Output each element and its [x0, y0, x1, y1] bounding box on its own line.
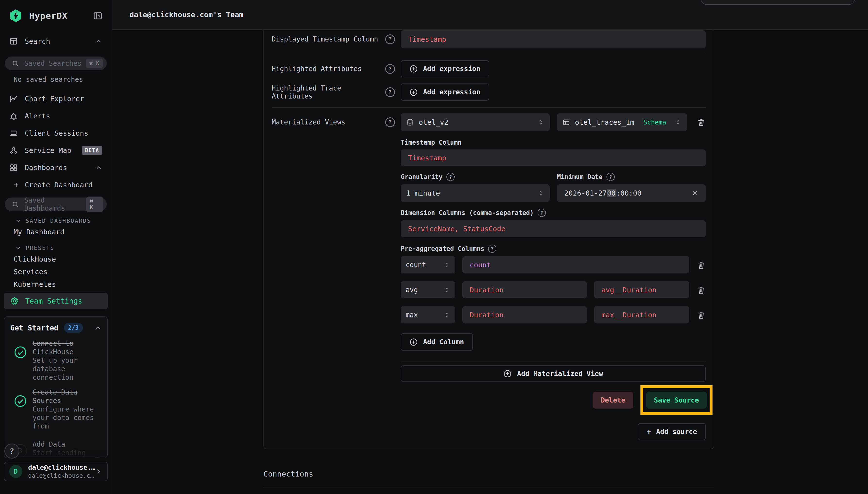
aggregation-expression-input[interactable]: Duration: [462, 306, 587, 323]
preset-link-label: ClickHouse: [14, 255, 56, 263]
task-title: Create Data Sources: [33, 388, 77, 405]
delete-materialized-view-button[interactable]: [696, 118, 706, 127]
sidebar-item-dashboards[interactable]: Dashboards: [0, 159, 112, 176]
chevron-right-icon: [95, 468, 102, 475]
get-started-item-sources[interactable]: Create Data Sources Configure where your…: [10, 388, 101, 431]
user-name: dale@clickhouse.…: [28, 464, 95, 471]
team-settings-label: Team Settings: [25, 297, 82, 305]
mv-database-select[interactable]: otel_v2: [401, 113, 550, 131]
preset-link-label: Kubernetes: [14, 280, 56, 288]
materialized-view-config: Timestamp Column Timestamp Granularity 1…: [401, 139, 706, 382]
help-icon[interactable]: [385, 64, 395, 74]
preset-link-label: Services: [14, 268, 47, 276]
group-saved-dashboards[interactable]: SAVED DASHBOARDS: [0, 216, 112, 226]
select-value: otel_v2: [419, 118, 448, 127]
help-icon[interactable]: [385, 35, 395, 44]
help-icon[interactable]: [385, 87, 395, 97]
add-expression-button[interactable]: Add expression: [401, 60, 489, 77]
group-label: SAVED DASHBOARDS: [26, 217, 91, 224]
beta-badge: BETA: [82, 146, 102, 155]
save-source-button[interactable]: Save Source: [646, 392, 707, 408]
saved-searches-input[interactable]: Saved Searches ⌘ K: [5, 57, 107, 70]
delete-column-button[interactable]: [696, 310, 706, 320]
bell-icon: [9, 112, 18, 120]
add-expression-button[interactable]: Add expression: [401, 83, 489, 101]
sidebar-item-label: Search: [25, 37, 50, 45]
schema-badge[interactable]: Schema: [643, 119, 666, 126]
delete-source-button[interactable]: Delete: [593, 392, 633, 408]
chevron-up-icon[interactable]: [95, 164, 102, 171]
highlighted-attributes-row: Highlighted Attributes Add expression: [272, 60, 706, 77]
aggregation-output-input[interactable]: avg__Duration: [594, 281, 689, 299]
aggregation-expression-input[interactable]: Duration: [462, 281, 587, 299]
no-saved-searches-text: No saved searches: [14, 75, 112, 83]
sidebar-item-label: Alerts: [25, 112, 50, 120]
get-started-item-connect[interactable]: Connect to ClickHouse Set up your databa…: [10, 339, 101, 382]
add-column-button[interactable]: Add Column: [401, 333, 473, 351]
task-description: Configure where your data comes from: [33, 405, 94, 430]
displayed-timestamp-input[interactable]: Timestamp: [401, 30, 706, 48]
group-presets[interactable]: PRESETS: [0, 243, 112, 253]
delete-column-button[interactable]: [696, 260, 706, 270]
task-title: Add Data: [33, 440, 65, 449]
aggregation-output-input[interactable]: max__Duration: [594, 306, 689, 323]
user-menu[interactable]: D dale@clickhouse.… dale@clickhouse.c…: [4, 462, 108, 481]
granularity-select[interactable]: 1 minute: [401, 184, 550, 202]
aggregation-fn-select[interactable]: count: [401, 256, 455, 273]
create-dashboard-button[interactable]: Create Dashboard: [0, 176, 112, 193]
add-materialized-view-button[interactable]: Add Materialized View: [401, 365, 706, 382]
help-icon[interactable]: [538, 209, 546, 217]
collapse-sidebar-icon[interactable]: [93, 11, 103, 21]
user-email: dale@clickhouse.c…: [28, 472, 94, 479]
dimension-columns-input[interactable]: ServiceName, StatusCode: [401, 220, 706, 237]
form-actions: Delete Save Source: [272, 385, 706, 415]
connections-heading: Connections: [264, 470, 868, 478]
laptop-icon: [9, 129, 18, 137]
displayed-timestamp-row: Displayed Timestamp Column Timestamp: [272, 30, 706, 48]
help-icon[interactable]: [385, 117, 395, 127]
get-started-item-add-data[interactable]: 3 Add Data Start sending logs, metrics, …: [10, 440, 101, 458]
sidebar-item-preset-kubernetes[interactable]: Kubernetes: [0, 278, 112, 291]
sidebar-item-alerts[interactable]: Alerts: [0, 107, 112, 125]
sidebar-item-chart-explorer[interactable]: Chart Explorer: [0, 90, 112, 107]
date-prefix: 2026-01-27: [564, 189, 607, 197]
group-label: PRESETS: [26, 245, 54, 251]
top-header: dale@clickhouse.com's Team: [112, 0, 868, 30]
sidebar-item-client-sessions[interactable]: Client Sessions: [0, 125, 112, 142]
input-value: Timestamp: [408, 154, 446, 162]
aggregation-expression-input[interactable]: count: [462, 256, 689, 273]
sidebar-item-service-map[interactable]: Service Map BETA: [0, 142, 112, 159]
task-description: Set up your database connection: [33, 357, 77, 381]
delete-column-button[interactable]: [696, 285, 706, 294]
saved-dashboards-input[interactable]: Saved Dashboards ⌘ K: [5, 197, 107, 211]
saved-dashboards-placeholder: Saved Dashboards: [24, 196, 86, 212]
help-icon[interactable]: [606, 173, 615, 181]
chevron-up-icon[interactable]: [94, 324, 101, 331]
mv-timestamp-input[interactable]: Timestamp: [401, 150, 706, 167]
add-source-button[interactable]: + Add source: [638, 423, 706, 440]
chevron-down-icon: [15, 245, 21, 251]
chevron-up-icon[interactable]: [95, 38, 102, 45]
help-icon[interactable]: [488, 245, 496, 253]
aggregation-fn-select[interactable]: avg: [401, 281, 455, 299]
select-value: avg: [406, 286, 418, 294]
sidebar-item-search[interactable]: Search: [0, 33, 112, 50]
chevron-updown-icon: [674, 119, 682, 126]
help-button[interactable]: [4, 443, 19, 459]
sidebar-item-preset-clickhouse[interactable]: ClickHouse: [0, 253, 112, 265]
mv-table-select[interactable]: otel_traces_1m Schema: [557, 113, 687, 131]
sidebar-item-label: Dashboards: [25, 164, 67, 172]
button-label: Add Column: [423, 338, 464, 346]
highlighted-trace-attributes-row: Highlighted Trace Attributes Add express…: [272, 83, 706, 101]
select-value: max: [406, 311, 418, 319]
search-page-icon: [9, 37, 18, 45]
plus-icon: [13, 181, 20, 189]
aggregation-fn-select[interactable]: max: [401, 306, 455, 323]
sidebar-item-preset-services[interactable]: Services: [0, 265, 112, 278]
clear-date-icon[interactable]: [691, 190, 698, 197]
minimum-date-input[interactable]: 2026-01-27 00:00:00: [557, 184, 706, 202]
sidebar-item-team-settings[interactable]: Team Settings: [4, 292, 108, 309]
help-icon[interactable]: [446, 173, 455, 181]
sidebar-item-my-dashboard[interactable]: My Dashboard: [0, 226, 112, 238]
date-suffix: :00:00: [616, 189, 642, 197]
